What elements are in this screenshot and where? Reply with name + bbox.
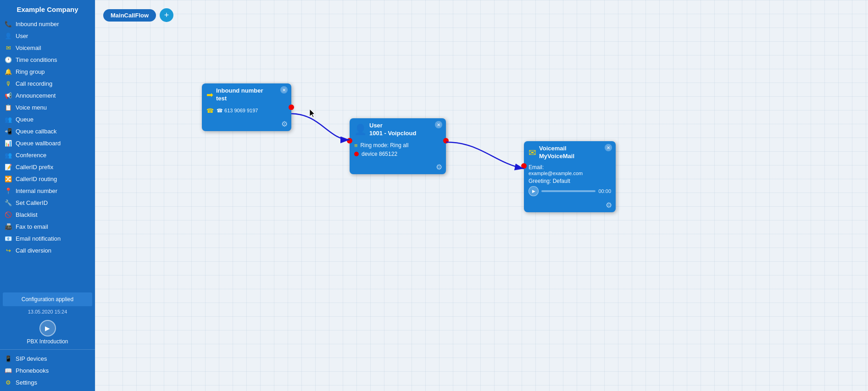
sidebar-item-queue[interactable]: 👥 Queue <box>0 113 95 125</box>
flow-arrows <box>95 0 868 391</box>
pbx-intro-section: ▶ PBX Introduction <box>0 317 95 349</box>
sidebar-item-callerid-prefix[interactable]: 📝 CallerID prefix <box>0 161 95 173</box>
voicemail-node[interactable]: ✉ Voicemail MyVoiceMail ✕ Email: example… <box>524 141 616 212</box>
queue-callback-icon: 📲 <box>5 127 12 135</box>
play-button[interactable]: ▶ <box>39 320 56 336</box>
conference-label: Conference <box>16 152 46 159</box>
sidebar-title: Example Company <box>0 0 95 18</box>
settings-label: Settings <box>16 379 37 386</box>
sidebar-item-voice-menu[interactable]: 📋 Voice menu <box>0 101 95 113</box>
inbound-number-icon: 📞 <box>5 20 12 28</box>
call-diversion-icon: ↪ <box>5 247 12 254</box>
voice-menu-icon: 📋 <box>5 104 12 111</box>
sidebar-item-sip-devices[interactable]: 📱 SIP devices <box>0 352 95 364</box>
inbound-arrow-icon: ➡ <box>206 90 213 100</box>
inbound-node-close[interactable]: ✕ <box>280 86 288 94</box>
sidebar-item-set-callerid[interactable]: 🔧 Set CallerID <box>0 197 95 209</box>
voicemail-email-section: Email: example@example.com <box>529 164 611 176</box>
device-status-dot <box>354 152 359 156</box>
voicemail-icon: ✉ <box>5 44 12 51</box>
sidebar-item-announcement[interactable]: 📢 Announcement <box>0 89 95 101</box>
inbound-node[interactable]: ➡ Inbound number test ✕ ☎ ☎ 613 9069 919… <box>202 83 291 131</box>
phonebooks-icon: 📖 <box>5 367 12 374</box>
ring-mode-detail: ≡ Ring mode: Ring all <box>354 141 441 150</box>
ring-group-label: Ring group <box>16 68 45 75</box>
ring-icon: ≡ <box>354 142 358 149</box>
sidebar-item-conference[interactable]: 👥 Conference <box>0 149 95 161</box>
announcement-icon: 📢 <box>5 92 12 99</box>
sidebar-item-user[interactable]: 👤 User <box>0 30 95 42</box>
call-recording-icon: 🎙 <box>5 80 12 87</box>
queue-label: Queue <box>16 116 33 123</box>
inbound-node-header: ➡ Inbound number test ✕ <box>202 83 291 105</box>
sidebar-item-internal-number[interactable]: 📍 Internal number <box>0 185 95 197</box>
user-node[interactable]: 👤 User 1001 - Voipcloud ✕ ≡ Ring mode: R… <box>350 118 446 174</box>
sip-devices-label: SIP devices <box>16 355 47 362</box>
svg-marker-1 <box>310 109 315 117</box>
user-node-close[interactable]: ✕ <box>435 121 442 128</box>
blacklist-icon: 🚫 <box>5 211 12 218</box>
queue-callback-label: Queue callback <box>16 128 57 135</box>
phone-icon: ☎ <box>206 107 214 114</box>
voicemail-email-label: Email: <box>529 164 611 171</box>
sidebar-item-ring-group[interactable]: 🔔 Ring group <box>0 66 95 77</box>
call-diversion-label: Call diversion <box>16 247 51 254</box>
audio-time: 00:00 <box>598 188 611 194</box>
voicemail-node-body: Email: example@example.com Greeting: Def… <box>524 162 616 200</box>
sidebar-item-phonebooks[interactable]: 📖 Phonebooks <box>0 364 95 376</box>
pbx-label: PBX Introduction <box>27 338 68 345</box>
voicemail-node-close[interactable]: ✕ <box>605 144 612 151</box>
toolbar: MainCallFlow + <box>103 8 173 22</box>
user-settings-icon[interactable]: ⚙ <box>436 163 442 171</box>
sidebar-item-callerid-routing[interactable]: 🔀 CallerID routing <box>0 173 95 185</box>
time-conditions-label: Time conditions <box>16 56 57 63</box>
fax-to-email-label: Fax to email <box>16 223 48 230</box>
sidebar-item-settings[interactable]: ⚙ Settings <box>0 376 95 388</box>
sidebar-item-queue-wallboard[interactable]: 📊 Queue wallboard <box>0 137 95 149</box>
inbound-phone: ☎ 613 9069 9197 <box>217 108 258 114</box>
user-label: User <box>16 33 28 39</box>
sidebar-item-email-notification[interactable]: 📧 Email notification <box>0 232 95 244</box>
voicemail-email-value: example@example.com <box>529 171 611 176</box>
voicemail-node-header: ✉ Voicemail MyVoiceMail ✕ <box>524 141 616 162</box>
inbound-settings-icon[interactable]: ⚙ <box>281 120 288 128</box>
inbound-phone-detail: ☎ ☎ 613 9069 9197 <box>206 106 287 115</box>
sidebar-item-queue-callback[interactable]: 📲 Queue callback <box>0 125 95 137</box>
conference-icon: 👥 <box>5 151 12 159</box>
announcement-label: Announcement <box>16 92 56 99</box>
sidebar-item-voicemail[interactable]: ✉ Voicemail <box>0 42 95 54</box>
sidebar-item-inbound-number[interactable]: 📞 Inbound number <box>0 18 95 30</box>
sidebar-item-time-conditions[interactable]: 🕐 Time conditions <box>0 54 95 66</box>
sidebar-bottom: 📱 SIP devices 📖 Phonebooks ⚙ Settings <box>0 349 95 391</box>
sidebar-item-fax-to-email[interactable]: 📠 Fax to email <box>0 220 95 232</box>
callerid-prefix-label: CallerID prefix <box>16 164 53 171</box>
sidebar-item-call-recording[interactable]: 🎙 Call recording <box>0 77 95 89</box>
user-node-header: 👤 User 1001 - Voipcloud ✕ <box>350 118 446 139</box>
voicemail-greeting: Greeting: Default <box>529 178 611 184</box>
callerid-prefix-icon: 📝 <box>5 163 12 171</box>
user-node-settings: ⚙ <box>350 162 446 174</box>
inbound-right-connector <box>289 105 294 110</box>
fax-to-email-icon: 📠 <box>5 223 12 230</box>
voicemail-left-connector <box>521 163 527 169</box>
voicemail-settings-icon[interactable]: ⚙ <box>606 201 612 209</box>
inbound-node-settings: ⚙ <box>202 119 291 131</box>
queue-wallboard-label: Queue wallboard <box>16 140 61 147</box>
config-timestamp: 13.05.2020 15:24 <box>0 308 95 317</box>
sip-devices-icon: 📱 <box>5 355 12 362</box>
config-applied-banner: Configuration applied <box>3 292 92 306</box>
queue-icon: 👥 <box>5 116 12 123</box>
voice-menu-label: Voice menu <box>16 104 47 111</box>
user-left-connector <box>347 138 352 143</box>
sidebar: Example Company 📞 Inbound number 👤 User … <box>0 0 95 391</box>
internal-number-icon: 📍 <box>5 187 12 194</box>
audio-play-button[interactable]: ▶ <box>529 186 539 196</box>
main-canvas[interactable]: MainCallFlow + ➡ Inbound number test ✕ ☎ <box>95 0 868 391</box>
sidebar-item-blacklist[interactable]: 🚫 Blacklist <box>0 209 95 220</box>
call-recording-label: Call recording <box>16 80 52 87</box>
main-callflow-button[interactable]: MainCallFlow <box>103 9 156 22</box>
audio-progress-bar <box>541 190 595 192</box>
time-conditions-icon: 🕐 <box>5 56 12 63</box>
sidebar-item-call-diversion[interactable]: ↪ Call diversion <box>0 244 95 256</box>
add-flow-button[interactable]: + <box>160 8 173 22</box>
